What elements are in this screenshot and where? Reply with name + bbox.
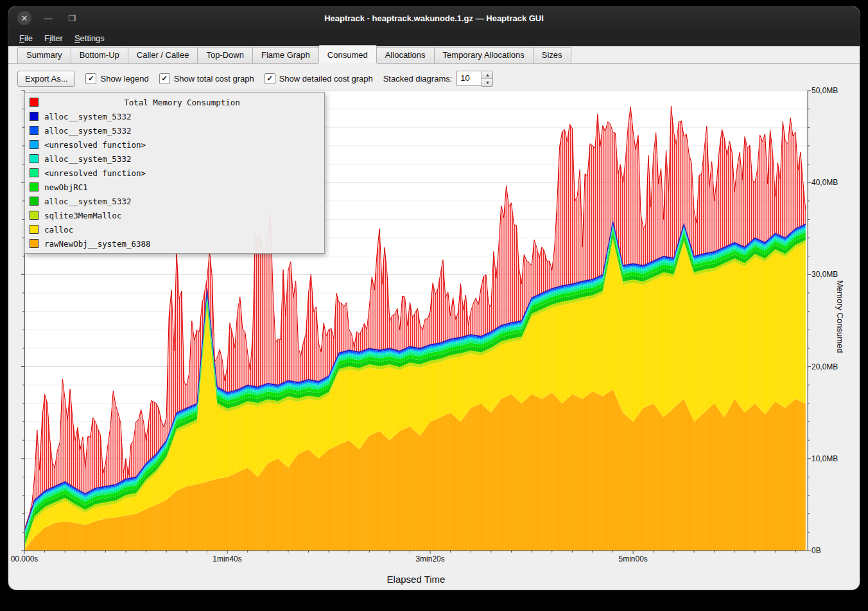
- checkbox-label: Show detailed cost graph: [279, 74, 373, 84]
- legend-swatch: [30, 154, 39, 163]
- app-window: ✕ — ❒ Heaptrack - heaptrack.wakunode.1.g…: [8, 6, 860, 590]
- legend-item: alloc__system_5332: [30, 109, 320, 123]
- tab-temporary-allocations[interactable]: Temporary Allocations: [434, 47, 534, 63]
- tab-sizes[interactable]: Sizes: [533, 47, 571, 63]
- memory-chart: Total Memory Consumption alloc__system_5…: [8, 91, 860, 590]
- maximize-button[interactable]: ❒: [65, 11, 79, 25]
- legend-label: <unresolved function>: [44, 140, 146, 150]
- tab-bottom-up[interactable]: Bottom-Up: [71, 47, 128, 63]
- stacked-diagrams-control: Stacked diagrams: ▲ ▼: [383, 71, 494, 87]
- legend-title-row: Total Memory Consumption: [30, 95, 320, 109]
- tab-top-down[interactable]: Top-Down: [197, 47, 253, 63]
- y-tick-label: 40,0MB: [812, 178, 838, 187]
- stacked-diagrams-label: Stacked diagrams:: [383, 74, 453, 84]
- legend-item: <unresolved function>: [30, 166, 320, 180]
- spinner-arrows: ▲ ▼: [482, 71, 493, 87]
- legend-item: alloc__system_5332: [30, 194, 320, 208]
- y-tick-label: 50,0MB: [812, 86, 838, 95]
- x-tick-label: 00.000s: [11, 554, 39, 563]
- legend-label: alloc__system_5332: [44, 197, 131, 206]
- legend-swatch: [30, 112, 39, 121]
- legend-swatch: [30, 182, 39, 191]
- menu-item-settings[interactable]: Settings: [69, 31, 110, 45]
- legend-label: calloc: [44, 225, 73, 235]
- legend-swatch: [30, 126, 39, 135]
- legend-label: rawNewObj__system_6388: [44, 239, 151, 249]
- checkbox-box[interactable]: ✓: [265, 73, 275, 84]
- menu-item-file[interactable]: File: [13, 31, 39, 45]
- legend-swatch: [30, 225, 39, 234]
- tab-consumed[interactable]: Consumed: [318, 45, 377, 63]
- legend-label: newObjRC1: [44, 182, 88, 192]
- legend-label: <unresolved function>: [44, 168, 146, 178]
- y-axis-title: Memory Consumed: [835, 280, 845, 353]
- legend-swatch: [30, 140, 39, 149]
- tab-allocations[interactable]: Allocations: [376, 47, 435, 63]
- legend-item: alloc__system_5332: [30, 123, 320, 137]
- menubar: FileFilterSettings: [8, 30, 860, 46]
- tab-flame-graph[interactable]: Flame Graph: [252, 47, 319, 63]
- legend-swatch: [30, 211, 39, 220]
- legend-title: Total Memory Consumption: [44, 98, 320, 107]
- checkbox-show-total-cost-graph[interactable]: ✓Show total cost graph: [159, 73, 254, 84]
- x-tick-label: 1min40s: [213, 554, 241, 563]
- titlebar: ✕ — ❒ Heaptrack - heaptrack.wakunode.1.g…: [8, 6, 860, 30]
- legend-label: alloc__system_5332: [44, 126, 131, 136]
- checkbox-label: Show legend: [100, 74, 148, 84]
- checkbox-label: Show total cost graph: [174, 74, 254, 84]
- legend-swatch: [30, 239, 39, 248]
- y-tick-label: 20,0MB: [812, 362, 838, 371]
- menu-item-filter[interactable]: Filter: [39, 31, 69, 45]
- legend-item: alloc__system_5332: [30, 152, 320, 166]
- legend-swatch: [30, 197, 39, 206]
- spin-up-button[interactable]: ▲: [482, 71, 492, 78]
- tab-caller-callee[interactable]: Caller / Callee: [128, 47, 198, 63]
- legend-item: newObjRC1: [30, 180, 320, 194]
- legend-item: sqlite3MemMalloc: [30, 208, 320, 222]
- y-tick-label: 30,0MB: [812, 270, 838, 279]
- legend-swatch: [30, 168, 39, 177]
- checkbox-group: ✓Show legend✓Show total cost graph✓Show …: [85, 73, 372, 84]
- checkbox-show-legend[interactable]: ✓Show legend: [85, 73, 148, 84]
- tab-bar: SummaryBottom-UpCaller / CalleeTop-DownF…: [8, 46, 860, 64]
- chart-legend: Total Memory Consumption alloc__system_5…: [24, 92, 325, 254]
- close-button[interactable]: ✕: [17, 11, 31, 25]
- legend-item: <unresolved function>: [30, 137, 320, 152]
- legend-label: sqlite3MemMalloc: [44, 211, 121, 220]
- legend-swatch-total: [30, 98, 39, 107]
- y-tick-label: 0B: [812, 546, 821, 555]
- spin-down-button[interactable]: ▼: [482, 78, 492, 86]
- export-as-button[interactable]: Export As...: [17, 71, 75, 87]
- legend-label: alloc__system_5332: [44, 112, 131, 121]
- legend-item: calloc: [30, 222, 320, 236]
- window-controls: ✕ — ❒: [17, 6, 79, 30]
- x-tick-label: 3min20s: [415, 554, 444, 563]
- checkbox-box[interactable]: ✓: [85, 73, 96, 84]
- checkbox-show-detailed-cost-graph[interactable]: ✓Show detailed cost graph: [265, 73, 373, 84]
- legend-label: alloc__system_5332: [44, 154, 131, 164]
- checkbox-box[interactable]: ✓: [159, 73, 170, 84]
- window-title: Heaptrack - heaptrack.wakunode.1.gz — He…: [8, 13, 860, 23]
- toolbar: Export As... ✓Show legend✓Show total cos…: [17, 68, 493, 89]
- y-tick-label: 10,0MB: [812, 454, 838, 463]
- tab-summary[interactable]: Summary: [17, 47, 71, 63]
- minimize-button[interactable]: —: [41, 11, 55, 25]
- x-tick-label: 5min00s: [618, 554, 647, 563]
- x-axis-title: Elapsed Time: [24, 574, 808, 585]
- stacked-diagrams-input[interactable]: [456, 71, 482, 86]
- legend-item: rawNewObj__system_6388: [30, 236, 320, 251]
